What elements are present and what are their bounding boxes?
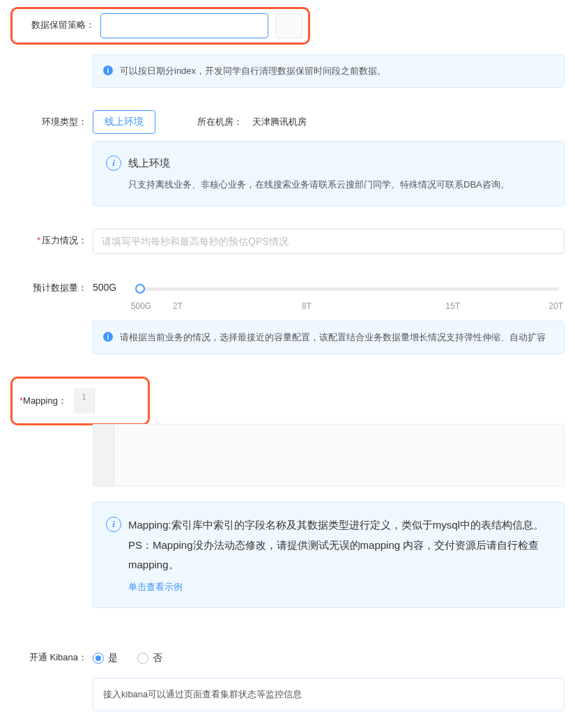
mapping-info-body: Mapping:索引库中索引的字段名称及其数据类型进行定义，类似于mysql中的… (128, 515, 551, 575)
env-room-label: 所在机房： (197, 116, 243, 127)
volume-slider[interactable]: 500G 2T 8T 15T 20T (135, 276, 565, 314)
kibana-radio-no[interactable]: 否 (137, 652, 162, 665)
volume-value: 500G (93, 276, 116, 293)
radio-icon (137, 653, 148, 664)
slider-labels: 500G 2T 8T 15T 20T (135, 301, 565, 312)
info-icon: i (103, 66, 113, 75)
volume-info-box: i 请根据当前业务的情况，选择最接近的容量配置，该配置结合业务数据量增长情况支持… (93, 321, 565, 354)
pressure-input[interactable] (93, 229, 565, 254)
info-icon: i (106, 517, 121, 532)
mapping-example-link[interactable]: 单击查看示例 (128, 579, 183, 595)
volume-label: 预计数据量： (10, 276, 93, 294)
mapping-label: Mapping： (23, 395, 67, 406)
kibana-label: 开通 Kibana： (10, 646, 93, 664)
env-info-box: i 线上环境 只支持离线业务、非核心业务，在线搜索业务请联系云搜部门同学。特殊情… (93, 141, 565, 206)
slider-handle[interactable] (135, 284, 145, 294)
info-icon: i (103, 332, 113, 342)
pressure-label: *压力情况： (10, 229, 93, 247)
highlighted-region-mapping: *Mapping： 1 (10, 377, 150, 425)
mapping-code-editor[interactable] (93, 424, 565, 487)
code-line-number: 1 (82, 393, 86, 401)
env-info-title: 线上环境 (128, 154, 509, 172)
highlighted-region-retention: 数据保留策略： (10, 7, 310, 45)
retention-info-box: i 可以按日期分index，开发同学自行清理数据保留时间段之前数据。 (93, 54, 565, 88)
kibana-info-text: 接入kibana可以通过页面查看集群状态等监控信息 (103, 687, 302, 702)
env-label: 环境类型： (10, 110, 93, 128)
mapping-info-box: i Mapping:索引库中索引的字段名称及其数据类型进行定义，类似于mysql… (93, 502, 565, 608)
retention-label: 数据保留策略： (18, 13, 100, 31)
kibana-radio-yes[interactable]: 是 (93, 652, 118, 665)
info-icon: i (106, 156, 121, 171)
volume-info-text: 请根据当前业务的情况，选择最接近的容量配置，该配置结合业务数据量增长情况支持弹性… (120, 330, 546, 345)
env-info-body: 只支持离线业务、非核心业务，在线搜索业务请联系云搜部门同学。特殊情况可联系DBA… (128, 176, 509, 194)
env-room-value: 天津腾讯机房 (252, 116, 307, 127)
radio-icon (93, 653, 104, 664)
kibana-info-box: 接入kibana可以通过页面查看集群状态等监控信息 (93, 678, 565, 711)
env-type-button[interactable]: 线上环境 (93, 110, 155, 134)
retention-info-text: 可以按日期分index，开发同学自行清理数据保留时间段之前数据。 (120, 63, 386, 79)
kibana-radio-group: 是 否 (93, 646, 565, 671)
retention-input[interactable] (100, 13, 268, 38)
env-room: 所在机房： 天津腾讯机房 (197, 116, 307, 128)
retention-extra-button[interactable] (275, 13, 302, 38)
